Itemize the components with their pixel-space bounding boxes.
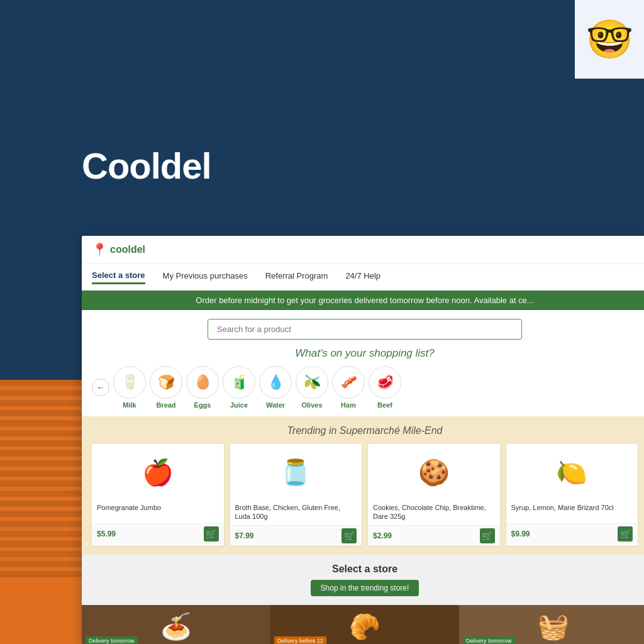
add-cookies-button[interactable]: 🛒: [480, 528, 495, 543]
product-footer-pomegranate: $5.99 🛒: [92, 523, 224, 544]
water-icon: 💧: [259, 366, 292, 399]
milk-icon: 🥛: [113, 366, 146, 399]
olives-label: Olives: [301, 401, 322, 409]
avatar-icon: 🤓: [586, 21, 633, 58]
add-pomegranate-button[interactable]: 🛒: [204, 526, 219, 541]
scroll-left-button[interactable]: ←: [92, 379, 109, 396]
search-area: [82, 310, 644, 345]
select-store-title: Select a store: [332, 564, 397, 575]
products-row: 🍎 Pomegranate Jumbo $5.99 🛒 🫙 Broth Base…: [92, 444, 638, 546]
delivery-badge-2: Delivery before 12: [274, 636, 326, 644]
item-olives[interactable]: 🫒 Olives: [296, 366, 328, 409]
shopping-list-section: What's on your shopping list? ← 🥛 Milk 🍞…: [82, 345, 644, 416]
avatar-box: 🤓: [575, 0, 644, 79]
product-img-syrup: 🍋: [506, 444, 638, 501]
orange-bar: [0, 380, 82, 644]
page-title: Cooldel: [82, 145, 211, 187]
items-scroll: ← 🥛 Milk 🍞 Bread 🥚 Eggs 🧃 Juice 💧 Water: [92, 366, 638, 409]
juice-label: Juice: [230, 401, 248, 409]
eggs-icon: 🥚: [186, 366, 219, 399]
app-window: 📍 cooldel Select a store My Previous pur…: [82, 236, 644, 644]
logo-text[interactable]: cooldel: [110, 244, 145, 255]
select-store-section: Select a store Shop in the trending stor…: [82, 555, 644, 605]
item-water[interactable]: 💧 Water: [259, 366, 292, 409]
product-name-cookies: Cookies, Chocolate Chip, Breaktime, Dare…: [368, 501, 500, 525]
product-img-broth: 🫙: [230, 444, 362, 501]
shop-trending-button[interactable]: Shop in the trending store!: [311, 580, 419, 596]
stripes-decoration: [0, 380, 82, 644]
ham-icon: 🥓: [332, 366, 365, 399]
product-price-pomegranate: $5.99: [97, 530, 116, 538]
thumb-2[interactable]: 🥐 Delivery before 12: [270, 605, 459, 644]
product-name-syrup: Syrup, Lemon, Marie Brizard 70cl: [506, 501, 638, 523]
shopping-list-title: What's on your shopping list?: [92, 347, 638, 360]
delivery-badge-3: Delivery tomorrow: [463, 636, 515, 644]
bottom-thumbnails: 🍝 Delivery tomorrow 🥐 Delivery before 12…: [82, 605, 644, 644]
item-ham[interactable]: 🥓 Ham: [332, 366, 365, 409]
product-price-broth: $7.99: [235, 531, 254, 540]
promo-banner: Order before midnight to get your grocer…: [82, 291, 644, 310]
add-broth-button[interactable]: 🛒: [341, 528, 357, 543]
product-price-syrup: $9.99: [511, 530, 530, 538]
beef-icon: 🥩: [369, 366, 401, 399]
nav-item-referral[interactable]: Referral Program: [265, 271, 328, 283]
eggs-label: Eggs: [194, 401, 211, 409]
milk-label: Milk: [123, 401, 136, 409]
nav-item-purchases[interactable]: My Previous purchases: [163, 271, 248, 283]
product-card-broth: 🫙 Broth Base, Chicken, Gluten Free, Luda…: [230, 444, 362, 546]
nav-item-help[interactable]: 24/7 Help: [345, 271, 380, 283]
item-beef[interactable]: 🥩 Beef: [369, 366, 401, 409]
olives-icon: 🫒: [296, 366, 328, 399]
product-card-syrup: 🍋 Syrup, Lemon, Marie Brizard 70cl $9.99…: [506, 444, 638, 546]
trending-title: Trending in Supermarché Mile-End: [92, 425, 638, 436]
product-footer-syrup: $9.99 🛒: [506, 523, 638, 544]
item-bread[interactable]: 🍞 Bread: [150, 366, 182, 409]
logo-area: 📍 cooldel: [92, 242, 145, 257]
product-card-pomegranate: 🍎 Pomegranate Jumbo $5.99 🛒: [92, 444, 224, 546]
product-name-broth: Broth Base, Chicken, Gluten Free, Luda 1…: [230, 501, 362, 525]
add-syrup-button[interactable]: 🛒: [618, 526, 633, 541]
thumb-1[interactable]: 🍝 Delivery tomorrow: [82, 605, 270, 644]
logo-icon: 📍: [92, 242, 108, 257]
product-price-cookies: $2.99: [373, 531, 392, 540]
search-input[interactable]: [208, 319, 522, 340]
product-card-cookies: 🍪 Cookies, Chocolate Chip, Breaktime, Da…: [368, 444, 500, 546]
bread-icon: 🍞: [150, 366, 182, 399]
nav-item-store[interactable]: Select a store: [92, 270, 145, 284]
thumb-3[interactable]: 🧺 Delivery tomorrow: [459, 605, 644, 644]
product-name-pomegranate: Pomegranate Jumbo: [92, 501, 224, 523]
item-milk[interactable]: 🥛 Milk: [113, 366, 146, 409]
item-eggs[interactable]: 🥚 Eggs: [186, 366, 219, 409]
bread-label: Bread: [156, 401, 175, 409]
ham-label: Ham: [341, 401, 356, 409]
water-label: Water: [266, 401, 285, 409]
item-juice[interactable]: 🧃 Juice: [223, 366, 255, 409]
product-footer-broth: $7.99 🛒: [230, 525, 362, 546]
product-img-pomegranate: 🍎: [92, 444, 224, 501]
product-img-cookies: 🍪: [368, 444, 500, 501]
app-nav: Select a store My Previous purchases Ref…: [82, 264, 644, 291]
trending-section: Trending in Supermarché Mile-End 🍎 Pomeg…: [82, 416, 644, 555]
product-footer-cookies: $2.99 🛒: [368, 525, 500, 546]
beef-label: Beef: [377, 401, 392, 409]
juice-icon: 🧃: [223, 366, 255, 399]
delivery-badge-1: Delivery tomorrow: [86, 636, 138, 644]
app-header: 📍 cooldel: [82, 236, 644, 264]
